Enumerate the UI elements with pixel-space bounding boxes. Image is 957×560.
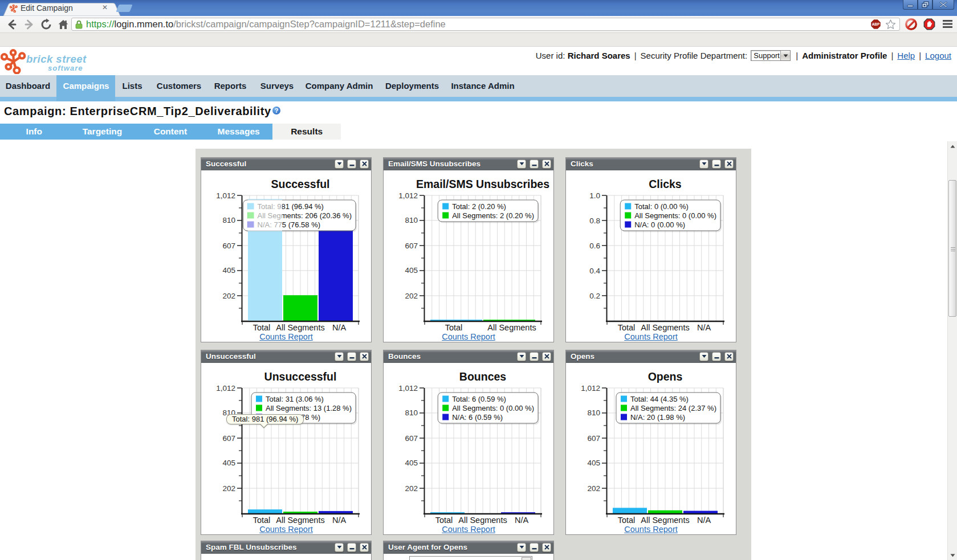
chart-legend: Total: 6 (0.59 %)All Segments: 0 (0.00 %… xyxy=(438,393,539,425)
window-restore-button[interactable] xyxy=(918,0,932,10)
tab-targeting[interactable]: Targeting xyxy=(68,124,137,140)
nav-item-instance-admin[interactable]: Instance Admin xyxy=(451,75,514,97)
counts-report-link[interactable]: Counts Report xyxy=(566,332,736,341)
scroll-down-arrow[interactable] xyxy=(948,550,957,560)
bar-total[interactable] xyxy=(248,509,282,513)
widget-titlebar[interactable]: User Agent for Opens xyxy=(384,541,553,554)
abp-badge-icon[interactable]: ABP xyxy=(871,19,881,29)
widget-collapse-button[interactable] xyxy=(335,160,344,169)
department-select-arrow[interactable] xyxy=(780,51,790,60)
legend-swatch xyxy=(442,212,449,219)
widget-collapse-button[interactable] xyxy=(335,352,344,361)
counts-report-link[interactable]: Counts Report xyxy=(384,525,553,534)
reload-icon[interactable] xyxy=(40,18,52,31)
counts-report-link[interactable]: Counts Report xyxy=(201,525,371,534)
forward-icon[interactable] xyxy=(23,18,35,31)
window-close-button[interactable] xyxy=(932,0,954,10)
widget-titlebar[interactable]: Clicks xyxy=(566,158,736,170)
widget-minimize-button[interactable] xyxy=(347,352,356,361)
widget-minimize-button[interactable] xyxy=(530,543,539,552)
widget-minimize-button[interactable] xyxy=(712,352,721,361)
widget-close-button[interactable] xyxy=(542,543,551,552)
nav-item-lists[interactable]: Lists xyxy=(122,75,142,97)
stop-hand-icon[interactable] xyxy=(923,18,935,30)
main-nav: DashboardCampaignsListsCustomersReportsS… xyxy=(0,75,957,101)
widget-collapse-button[interactable] xyxy=(335,543,344,552)
nav-item-surveys[interactable]: Surveys xyxy=(260,75,294,97)
home-icon[interactable] xyxy=(57,18,70,31)
widget-collapse-button[interactable] xyxy=(517,352,526,361)
nav-item-company-admin[interactable]: Company Admin xyxy=(306,75,373,97)
widget-titlebar[interactable]: Spam FBL Unsubscribes xyxy=(201,541,371,554)
widget-titlebar[interactable]: Successful xyxy=(201,158,371,170)
help-link[interactable]: Help xyxy=(897,51,915,60)
bar-n-a[interactable] xyxy=(319,225,353,321)
tab-close-icon[interactable]: ✕ xyxy=(100,3,109,12)
bar-all-segments[interactable] xyxy=(483,320,535,321)
widget-minimize-button[interactable] xyxy=(712,160,721,169)
window-minimize-button[interactable] xyxy=(903,0,918,10)
scroll-up-arrow[interactable] xyxy=(948,141,957,151)
widget-collapse-button[interactable] xyxy=(699,160,708,169)
tab-messages[interactable]: Messages xyxy=(205,124,273,140)
nav-item-customers[interactable]: Customers xyxy=(157,75,201,97)
widget-collapse-button[interactable] xyxy=(699,352,708,361)
chevron-down-icon xyxy=(337,354,342,358)
bookmark-star-icon[interactable] xyxy=(885,19,896,30)
menu-icon[interactable] xyxy=(943,20,952,28)
widget-close-button[interactable] xyxy=(360,543,369,552)
bar-total[interactable] xyxy=(613,508,647,513)
nav-item-reports[interactable]: Reports xyxy=(214,75,247,97)
widget-title: Successful xyxy=(201,160,335,168)
x-category-label: N/A xyxy=(697,516,711,525)
widget-minimize-button[interactable] xyxy=(530,352,539,361)
scrollbar[interactable] xyxy=(947,141,957,560)
user-agent-select[interactable] xyxy=(409,556,532,560)
legend-label: Total: 0 (0.00 %) xyxy=(634,202,689,211)
counts-report-link[interactable]: Counts Report xyxy=(384,332,553,341)
department-select[interactable]: Support xyxy=(751,50,791,61)
widget-collapse-button[interactable] xyxy=(517,543,526,552)
scrollbar-thumb[interactable] xyxy=(948,180,956,317)
widget-close-button[interactable] xyxy=(724,352,734,361)
nav-item-campaigns[interactable]: Campaigns xyxy=(63,75,109,97)
counts-report-link[interactable]: Counts Report xyxy=(201,332,371,341)
widget-panel-email-sms-unsubscribes: Email/SMS Unsubscribes2024056078101,012T… xyxy=(383,157,554,342)
widget-titlebar[interactable]: Bounces xyxy=(384,350,553,363)
widget-titlebar[interactable]: Opens xyxy=(566,350,736,363)
nav-item-deployments[interactable]: Deployments xyxy=(385,75,439,97)
back-icon[interactable] xyxy=(6,18,18,31)
widget-title: Opens xyxy=(566,352,699,361)
bar-n-a[interactable] xyxy=(319,511,353,513)
logout-link[interactable]: Logout xyxy=(925,51,951,60)
widget-minimize-button[interactable] xyxy=(530,160,539,169)
campaign-help-icon[interactable]: ? xyxy=(272,107,280,115)
tab-results[interactable]: Results xyxy=(272,124,341,140)
widget-close-button[interactable] xyxy=(542,352,551,361)
content-blocked-icon[interactable] xyxy=(905,18,917,30)
widget-titlebar[interactable]: Email/SMS Unsubscribes xyxy=(384,158,553,170)
widget-close-button[interactable] xyxy=(542,160,551,169)
tab-info[interactable]: Info xyxy=(0,124,68,140)
bar-n-a[interactable] xyxy=(683,511,718,513)
bar-all-segments[interactable] xyxy=(648,510,682,513)
widget-close-button[interactable] xyxy=(360,160,369,169)
address-bar[interactable]: https://login.mmen.to/brickst/campaign/c… xyxy=(71,18,900,31)
new-tab-button[interactable] xyxy=(116,5,132,12)
widget-collapse-button[interactable] xyxy=(517,160,526,169)
widget-close-button[interactable] xyxy=(724,160,734,169)
bar-total[interactable] xyxy=(430,320,482,321)
widget-titlebar[interactable]: Unsuccessful xyxy=(201,350,371,363)
close-icon xyxy=(939,1,947,8)
bar-all-segments[interactable] xyxy=(283,295,317,321)
bar-n-a[interactable] xyxy=(501,512,535,513)
widget-minimize-button[interactable] xyxy=(347,160,356,169)
widget-close-button[interactable] xyxy=(360,352,369,361)
widget-title: Bounces xyxy=(384,352,517,361)
counts-report-link[interactable]: Counts Report xyxy=(566,525,736,534)
widget-minimize-button[interactable] xyxy=(347,543,356,552)
tab-content[interactable]: Content xyxy=(136,124,205,140)
bar-all-segments[interactable] xyxy=(283,512,317,513)
bar-total[interactable] xyxy=(430,512,465,513)
nav-item-dashboard[interactable]: Dashboard xyxy=(6,75,50,97)
